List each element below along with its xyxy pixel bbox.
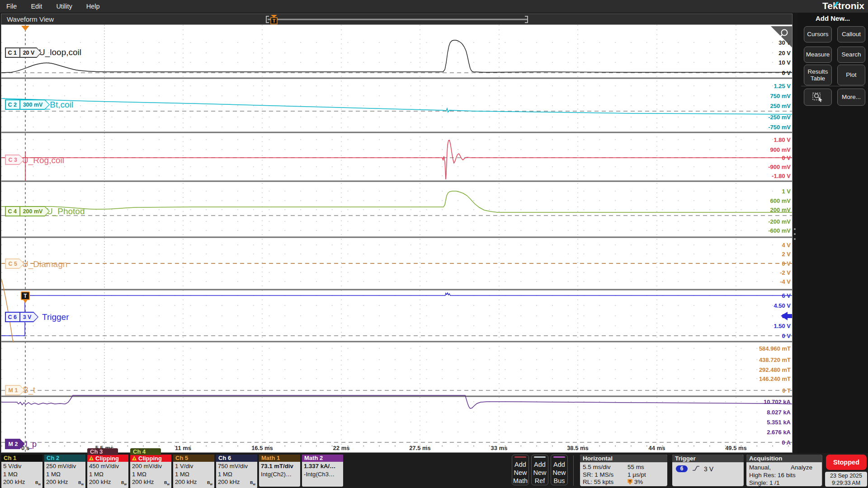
ch-4-settings-badge[interactable]: Ch 4!Clipping200 mV/div1 MΩ200 kHzBw xyxy=(130,455,171,487)
horizontal-panel[interactable]: Horizontal 5.5 ms/div55 msSR: 1 MS/s1 µs… xyxy=(580,455,667,486)
m1-axis-label: 0 T xyxy=(782,387,791,394)
time-axis-label: 16.5 ms xyxy=(251,445,273,451)
math-1-row: Intg(Ch2)… xyxy=(261,470,298,479)
m1-axis-label: 438.720 mT xyxy=(759,357,791,363)
rising-edge-icon xyxy=(692,465,700,472)
horizontal-col2-row: 55 ms xyxy=(627,464,644,470)
time-axis-label: 22 ms xyxy=(333,445,350,451)
bottom-settings-bar: Ch 15 V/div1 MΩ200 kHzBwCh 2250 mV/div1 … xyxy=(0,453,868,488)
add-new-bus-button[interactable]: AddNewBus xyxy=(551,455,568,485)
warning-icon: ! xyxy=(89,455,94,461)
math-1-settings-badge[interactable]: Math 173.1 mT/divIntg(Ch2)… xyxy=(259,455,300,487)
c6-axis-label: 1.50 V xyxy=(774,323,791,329)
c1-axis-label: 10 V xyxy=(778,59,791,66)
c1-badge-name: C 1 xyxy=(6,48,19,57)
m1-channel-label[interactable]: B_t xyxy=(23,385,35,395)
c3-axis-label: 1.80 V xyxy=(774,136,791,143)
svg-text:!: ! xyxy=(134,457,135,461)
menu-item-help[interactable]: Help xyxy=(86,3,100,10)
zoom-select-button[interactable] xyxy=(804,89,832,106)
stripe xyxy=(534,456,546,458)
waveform-view-titlebar: Waveform View T xyxy=(1,14,793,24)
ch-3-settings-badge[interactable]: Ch 3!Clipping450 mV/div1 MΩ200 kHzBw xyxy=(87,455,128,487)
c2-badge-scale: 300 mV xyxy=(20,100,49,109)
c3-channel-label[interactable]: U_Rog,coil xyxy=(22,155,64,165)
add-new-math-button[interactable]: AddNewMath xyxy=(512,455,529,485)
m2-axis-label: 0 A xyxy=(782,439,791,446)
menu-item-edit[interactable]: Edit xyxy=(31,3,42,10)
c2-trace xyxy=(1,99,792,114)
horizontal-col1-row: SR: 1 MS/s xyxy=(583,471,613,478)
bandwidth-icon: Bw xyxy=(207,479,212,488)
c2-axis-label: -250 mV xyxy=(768,114,791,121)
c4-trace xyxy=(1,191,792,212)
c4-badge[interactable]: C 4200 mV xyxy=(5,206,50,216)
c2-axis-label: -750 mV xyxy=(768,124,791,131)
bandwidth-icon: Bw xyxy=(78,479,84,488)
right-sidebar: Add New... CursorsCalloutMeasureSearchRe… xyxy=(797,13,868,453)
ch-1-row: 5 V/div xyxy=(3,462,41,470)
datetime-display: 23 Sep 2025 9:29:33 AM xyxy=(825,472,867,487)
acquisition-panel[interactable]: Acquisition Manual, Analyze High Res: 16… xyxy=(746,455,822,486)
trigger-flag-icon: T xyxy=(627,479,632,485)
ch-3-row: 1 MΩ xyxy=(89,470,127,479)
m2-trace xyxy=(1,395,792,408)
add-new-ref-button[interactable]: AddNewRef xyxy=(531,455,548,485)
horizontal-overview-bar[interactable]: T xyxy=(1,14,793,25)
waveform-plot-area[interactable]: 30 V20 V10 V0 VU_loop,coil1.25 V750 mV25… xyxy=(1,24,793,453)
c6-badge[interactable]: C 63 V xyxy=(5,312,38,322)
oscilloscope-screen: FileEditUtilityHelp Tektronix Waveform V… xyxy=(0,0,868,488)
ch-2-settings-badge[interactable]: Ch 2250 mV/div1 MΩ200 kHzBw xyxy=(44,455,85,487)
trigger-panel[interactable]: Trigger 6 3 V xyxy=(672,455,744,486)
m2-axis-label: 8.027 kA xyxy=(767,409,791,416)
callout-button[interactable]: Callout xyxy=(837,26,865,42)
results-table-button[interactable]: Results Table xyxy=(804,65,832,85)
math-2-row: -Intg(Ch3… xyxy=(304,470,341,479)
time-axis-label: 38.5 ms xyxy=(567,445,589,451)
c6-trace xyxy=(1,293,792,336)
ch-1-settings-badge[interactable]: Ch 15 V/div1 MΩ200 kHzBw xyxy=(1,455,42,487)
time-label: 9:29:33 AM xyxy=(825,479,867,487)
cursors-button[interactable]: Cursors xyxy=(804,26,832,42)
c3-badge[interactable]: C 3 xyxy=(5,155,24,165)
math-1-badge-title: Math 1 xyxy=(259,455,300,462)
bandwidth-icon: Bw xyxy=(250,479,255,488)
menu-item-file[interactable]: File xyxy=(6,3,17,10)
menu-item-utility[interactable]: Utility xyxy=(56,3,72,10)
panel-splitter-handle[interactable] xyxy=(794,228,796,240)
c4-axis-label: 600 mV xyxy=(770,197,791,204)
ch-5-settings-badge[interactable]: Ch 51 V/div1 MΩ200 kHzBw xyxy=(173,455,214,487)
m2-badge-name: M 2 xyxy=(6,440,24,449)
m2-axis-label: 2.676 kA xyxy=(767,429,791,436)
trigger-level: 3 V xyxy=(704,465,713,473)
ch-4-row: 1 MΩ xyxy=(132,470,170,479)
more-button[interactable]: More... xyxy=(837,89,865,106)
time-axis-label: 49.5 ms xyxy=(725,445,747,451)
m2-axis-label: 5.351 kA xyxy=(767,419,791,426)
c1-channel-label[interactable]: U_loop,coil xyxy=(39,47,81,57)
run-stop-status-button[interactable]: Stopped xyxy=(826,455,867,470)
add-new-heading: Add New... xyxy=(797,14,868,22)
search-button[interactable]: Search xyxy=(837,47,865,63)
m2-badge[interactable]: M 2 xyxy=(5,439,25,449)
bandwidth-icon: Bw xyxy=(35,479,41,488)
math-2-settings-badge[interactable]: Math 21.337 kA/…-Intg(Ch3… xyxy=(302,455,343,487)
ch-5-row: 1 V/div xyxy=(175,462,212,470)
trigger-caret-icon[interactable] xyxy=(21,26,29,31)
c6-channel-label[interactable]: Trigger xyxy=(42,312,69,322)
horizontal-panel-title: Horizontal xyxy=(580,455,667,462)
m1-badge[interactable]: M 1 xyxy=(5,385,25,395)
ch-2-row: 200 kHzBw xyxy=(46,478,84,488)
c6-badge-scale: 3 V xyxy=(20,313,38,322)
ch-1-row: 1 MΩ xyxy=(3,470,41,479)
ch-1-badge-title: Ch 1 xyxy=(1,455,42,462)
c5-channel-label[interactable]: U_Diamagn xyxy=(22,259,67,269)
c1-badge[interactable]: C 120 V xyxy=(5,47,42,58)
c2-badge[interactable]: C 2300 mV xyxy=(5,99,50,110)
plot-button[interactable]: Plot xyxy=(837,65,865,85)
c5-badge[interactable]: C 5 xyxy=(5,258,24,269)
ch-6-settings-badge[interactable]: Ch 6750 mV/div1 MΩ200 kHzBw xyxy=(216,455,257,487)
ch-5-badge-title: Ch 5 xyxy=(173,455,214,462)
c2-axis-label: 250 mV xyxy=(770,103,791,109)
measure-button[interactable]: Measure xyxy=(804,47,832,63)
